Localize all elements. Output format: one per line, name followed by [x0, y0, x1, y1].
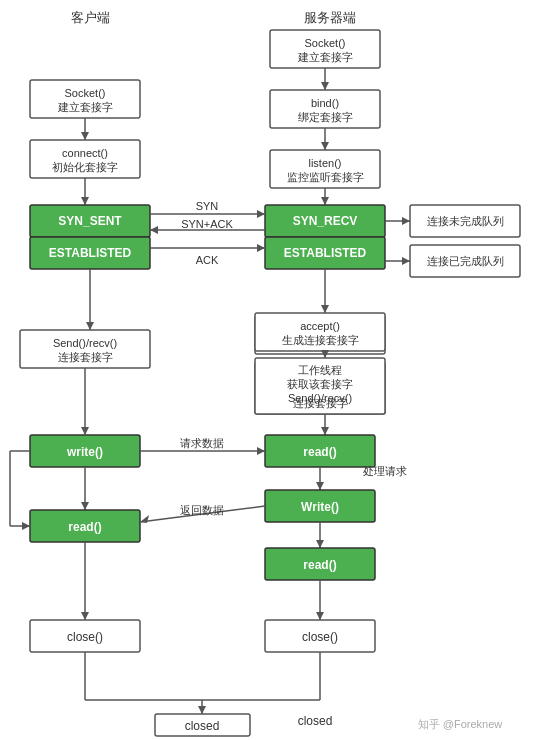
svg-text:read(): read(): [68, 520, 101, 534]
svg-text:连接套接字: 连接套接字: [293, 397, 348, 409]
svg-text:初始化套接字: 初始化套接字: [52, 161, 118, 173]
svg-text:SYN: SYN: [196, 200, 219, 212]
svg-text:建立套接字: 建立套接字: [57, 101, 113, 113]
svg-text:连接已完成队列: 连接已完成队列: [427, 255, 504, 267]
svg-text:获取该套接字: 获取该套接字: [287, 378, 353, 390]
svg-text:监控监听套接字: 监控监听套接字: [287, 171, 364, 183]
svg-text:listen(): listen(): [308, 157, 341, 169]
svg-text:ESTABLISTED: ESTABLISTED: [284, 246, 367, 260]
svg-text:返回数据: 返回数据: [180, 504, 224, 516]
svg-text:closed: closed: [185, 719, 220, 733]
svg-text:建立套接字: 建立套接字: [297, 51, 353, 63]
svg-text:连接未完成队列: 连接未完成队列: [427, 215, 504, 227]
svg-text:生成连接套接字: 生成连接套接字: [282, 334, 359, 346]
svg-text:Write(): Write(): [301, 500, 339, 514]
svg-text:read(): read(): [303, 445, 336, 459]
svg-text:read(): read(): [303, 558, 336, 572]
svg-text:处理请求: 处理请求: [363, 465, 407, 477]
svg-text:close(): close(): [67, 630, 103, 644]
svg-text:Send()/recv(): Send()/recv(): [53, 337, 117, 349]
svg-text:SYN_SENT: SYN_SENT: [58, 214, 122, 228]
svg-text:ESTABLISTED: ESTABLISTED: [49, 246, 132, 260]
svg-text:连接套接字: 连接套接字: [58, 351, 113, 363]
svg-text:bind(): bind(): [311, 97, 339, 109]
svg-text:Socket(): Socket(): [305, 37, 346, 49]
svg-text:ACK: ACK: [196, 254, 219, 266]
svg-text:close(): close(): [302, 630, 338, 644]
svg-text:connect(): connect(): [62, 147, 108, 159]
svg-text:绑定套接字: 绑定套接字: [298, 111, 353, 123]
svg-text:Socket(): Socket(): [65, 87, 106, 99]
svg-text:SYN+ACK: SYN+ACK: [181, 218, 233, 230]
svg-text:write(): write(): [66, 445, 103, 459]
svg-text:SYN_RECV: SYN_RECV: [293, 214, 358, 228]
svg-text:请求数据: 请求数据: [180, 437, 224, 449]
svg-text:accept(): accept(): [300, 320, 340, 332]
diagram-container: 客户端 服务器端 Socket() 建立套接字 bind() 绑定套接字 lis…: [0, 0, 536, 740]
svg-text:知乎 @Foreknew: 知乎 @Foreknew: [418, 718, 503, 730]
svg-text:工作线程: 工作线程: [298, 364, 342, 376]
client-label: 客户端: [71, 10, 110, 25]
server-label: 服务器端: [304, 10, 356, 25]
svg-text:closed: closed: [298, 714, 333, 728]
